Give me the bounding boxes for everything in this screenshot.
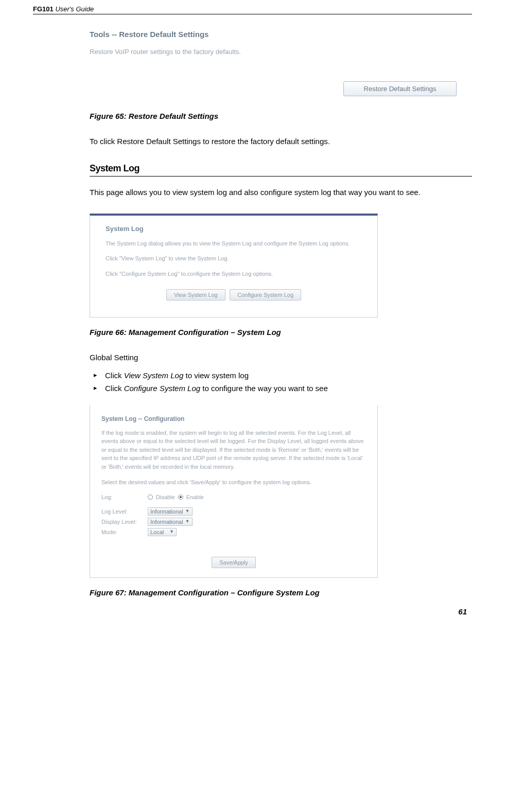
radio-disable-label: Disable: [156, 494, 175, 500]
save-apply-button[interactable]: Save/Apply: [212, 557, 256, 568]
product-name: FG101: [33, 5, 54, 13]
log-level-label: Log Level:: [101, 508, 148, 515]
section-heading-system-log: System Log: [90, 163, 472, 176]
display-level-select[interactable]: Informational▼: [148, 518, 193, 526]
display-level-label: Display Level:: [101, 519, 148, 525]
global-setting-label: Global Setting: [90, 352, 472, 364]
bullet-prefix: Click: [105, 384, 124, 393]
bullet-suffix: to view system log: [183, 371, 249, 380]
figure-66-caption: Figure 66: Management Configuration – Sy…: [90, 328, 472, 337]
log-level-select[interactable]: Informational▼: [148, 507, 193, 516]
radio-enable-label: Enable: [186, 494, 204, 500]
display-level-value: Informational: [150, 519, 183, 525]
page-number: 61: [33, 607, 472, 616]
mode-label: Mode:: [101, 529, 148, 535]
restore-desc: Restore VoIP router settings to the fact…: [90, 48, 472, 56]
bullet-italic: View System Log: [124, 371, 184, 380]
radio-enable[interactable]: [178, 495, 183, 500]
syslog-line1: The System Log dialog allows you to view…: [106, 240, 362, 248]
view-system-log-button[interactable]: View System Log: [166, 289, 225, 301]
mode-value: Local: [150, 529, 164, 535]
syslog-line3: Click "Configure System Log" to configur…: [106, 270, 362, 278]
system-log-screenshot: System Log The System Log dialog allows …: [90, 214, 378, 317]
bullet-list: Click View System Log to view system log…: [90, 369, 472, 395]
dropdown-arrow-icon: ▼: [183, 508, 190, 514]
restore-body-text: To click Restore Default Settings to res…: [90, 136, 472, 148]
syslog-line2: Click "View System Log" to view the Syst…: [106, 255, 362, 262]
figure-65-caption: Figure 65: Restore Default Settings: [90, 112, 472, 120]
bullet-suffix: to configure the way you want to see: [200, 384, 328, 393]
header-subtitle: User's Guide: [55, 5, 94, 13]
mode-select[interactable]: Local▼: [148, 528, 177, 536]
header-title: FG101 User's Guide: [33, 5, 94, 13]
config-para2: Select the desired values and click 'Sav…: [101, 478, 366, 487]
config-para1: If the log mode is enabled, the system w…: [101, 429, 366, 471]
system-log-config-screenshot: System Log -- Configuration If the log m…: [90, 405, 378, 578]
bullet-italic: Configure System Log: [124, 384, 200, 393]
dropdown-arrow-icon: ▼: [167, 529, 174, 534]
syslog-intro: This page allows you to view system log …: [90, 187, 472, 199]
restore-title: Tools -- Restore Default Settings: [90, 30, 472, 39]
restore-default-button[interactable]: Restore Default Settings: [343, 81, 457, 96]
configure-system-log-button[interactable]: Configure System Log: [230, 289, 301, 301]
figure-67-caption: Figure 67: Management Configuration – Co…: [90, 588, 472, 597]
page-header: FG101 User's Guide: [33, 5, 472, 14]
log-label: Log:: [101, 494, 148, 500]
bullet-item-view: Click View System Log to view system log: [90, 369, 472, 382]
config-title: System Log -- Configuration: [101, 415, 366, 422]
dropdown-arrow-icon: ▼: [183, 519, 190, 524]
log-radio-group: Disable Enable: [148, 494, 204, 500]
radio-disable[interactable]: [148, 495, 153, 500]
log-level-value: Informational: [150, 508, 183, 515]
bullet-item-configure: Click Configure System Log to configure …: [90, 382, 472, 395]
bullet-prefix: Click: [105, 371, 124, 380]
restore-screenshot: Tools -- Restore Default Settings Restor…: [90, 30, 472, 96]
syslog-title: System Log: [106, 225, 362, 233]
